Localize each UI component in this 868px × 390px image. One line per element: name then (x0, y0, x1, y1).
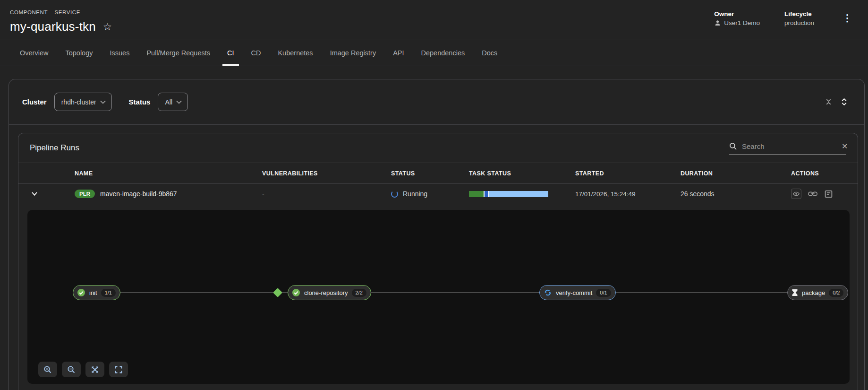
task-step-badge: 0/2 (829, 289, 843, 297)
collapse-all-icon[interactable] (822, 95, 835, 109)
pipeline-runs-card: Pipeline Runs ✕ NAME VULNERABILITIES STA… (18, 133, 858, 390)
search-box: ✕ (729, 142, 846, 155)
column-started: STARTED (575, 170, 681, 177)
status-select-value: All (165, 98, 172, 106)
task-name: verify-commit (556, 289, 592, 296)
task-status-bar (469, 191, 548, 197)
link-icon[interactable] (808, 190, 818, 198)
search-icon (729, 142, 737, 150)
ci-card: Cluster rhdh-cluster Status All (9, 79, 865, 390)
pipeline-graph[interactable]: init 1/1 clone-repository 2/2 (27, 210, 850, 384)
lifecycle-value: production (784, 19, 814, 26)
task-node-package[interactable]: package 0/2 (787, 285, 848, 300)
vulnerabilities-value: - (262, 190, 391, 198)
owner-value[interactable]: User1 Demo (724, 19, 760, 26)
column-task-status: TASK STATUS (469, 170, 575, 177)
tab-pull-merge-requests[interactable]: Pull/Merge Requests (142, 40, 215, 66)
check-circle-icon (77, 288, 85, 297)
task-node-clone-repository[interactable]: clone-repository 2/2 (288, 285, 371, 300)
duration-value: 26 seconds (681, 190, 791, 198)
task-name: init (89, 289, 97, 296)
pipeline-runs-title: Pipeline Runs (30, 143, 79, 153)
breadcrumb: COMPONENT – SERVICE (10, 9, 112, 15)
lifecycle-block: Lifecycle production (784, 10, 814, 26)
owner-block: Owner User1 Demo (714, 10, 760, 26)
tab-docs[interactable]: Docs (477, 40, 502, 66)
tab-dependencies[interactable]: Dependencies (417, 40, 470, 66)
tab-issues[interactable]: Issues (105, 40, 134, 66)
kebab-menu-icon[interactable]: ⋮ (839, 11, 856, 25)
column-duration: DURATION (681, 170, 791, 177)
zoom-out-button[interactable] (62, 362, 81, 377)
column-status: STATUS (391, 170, 469, 177)
task-step-badge: 2/2 (352, 289, 366, 297)
owner-label: Owner (714, 10, 760, 17)
chevron-down-icon (176, 100, 182, 104)
lifecycle-label: Lifecycle (784, 10, 814, 17)
entity-header-left: COMPONENT – SERVICE my-quarkus-tkn ☆ (10, 7, 112, 34)
tab-api[interactable]: API (388, 40, 408, 66)
favorite-star-icon[interactable]: ☆ (103, 22, 112, 32)
main-content: Cluster rhdh-cluster Status All (0, 66, 868, 390)
column-name: NAME (75, 170, 262, 177)
tab-image-registry[interactable]: Image Registry (325, 40, 381, 66)
entity-header-right: Owner User1 Demo Lifecycle production ⋮ (714, 7, 856, 26)
person-icon (714, 19, 721, 26)
tab-ci[interactable]: CI (222, 40, 239, 66)
pipeline-edge (97, 292, 818, 293)
task-step-badge: 0/1 (596, 289, 611, 297)
task-name: package (802, 289, 825, 296)
cluster-label: Cluster (22, 98, 47, 106)
pipeline-run-name[interactable]: maven-image-build-9b867 (100, 190, 177, 198)
reset-view-button[interactable] (109, 362, 128, 377)
status-value: Running (403, 190, 427, 198)
started-value: 17/01/2026, 15:24:49 (575, 191, 681, 198)
plr-badge: PLR (75, 190, 95, 198)
when-expression-diamond-icon (273, 288, 282, 297)
running-spinner-icon (391, 191, 398, 198)
table-row: PLR maven-image-build-9b867 - Running 17… (18, 184, 858, 204)
status-select[interactable]: All (158, 93, 188, 111)
tab-cd[interactable]: CD (247, 40, 266, 66)
view-output-eye-icon[interactable] (791, 189, 801, 199)
fit-to-screen-button[interactable] (85, 362, 104, 377)
zoom-in-button[interactable] (38, 362, 57, 377)
graph-controls (38, 362, 128, 377)
cluster-select[interactable]: rhdh-cluster (54, 93, 112, 111)
task-node-init[interactable]: init 1/1 (73, 285, 120, 300)
check-circle-icon (292, 288, 300, 297)
column-actions: ACTIONS (791, 170, 858, 177)
table-header: NAME VULNERABILITIES STATUS TASK STATUS … (18, 163, 858, 184)
tab-bar: Overview Topology Issues Pull/Merge Requ… (0, 40, 868, 66)
status-label: Status (129, 98, 151, 106)
task-node-verify-commit[interactable]: verify-commit 0/1 (539, 285, 616, 300)
page-title: my-quarkus-tkn (10, 19, 96, 34)
clear-search-icon[interactable]: ✕ (841, 142, 849, 151)
sync-running-icon (544, 288, 552, 297)
entity-header: COMPONENT – SERVICE my-quarkus-tkn ☆ Own… (0, 0, 868, 40)
view-logs-icon[interactable] (824, 190, 833, 199)
task-name: clone-repository (304, 289, 348, 296)
tab-topology[interactable]: Topology (60, 40, 97, 66)
cluster-select-value: rhdh-cluster (61, 98, 96, 106)
tab-overview[interactable]: Overview (15, 40, 53, 66)
row-expander-chevron-icon[interactable] (30, 190, 39, 198)
column-vulnerabilities: VULNERABILITIES (262, 170, 391, 177)
task-step-badge: 1/1 (101, 289, 116, 297)
tab-kubernetes[interactable]: Kubernetes (273, 40, 317, 66)
expand-all-icon[interactable] (837, 95, 851, 109)
filter-row: Cluster rhdh-cluster Status All (9, 79, 864, 125)
chevron-down-icon (100, 100, 106, 104)
hourglass-pending-icon (791, 289, 798, 296)
search-input[interactable] (742, 142, 836, 150)
